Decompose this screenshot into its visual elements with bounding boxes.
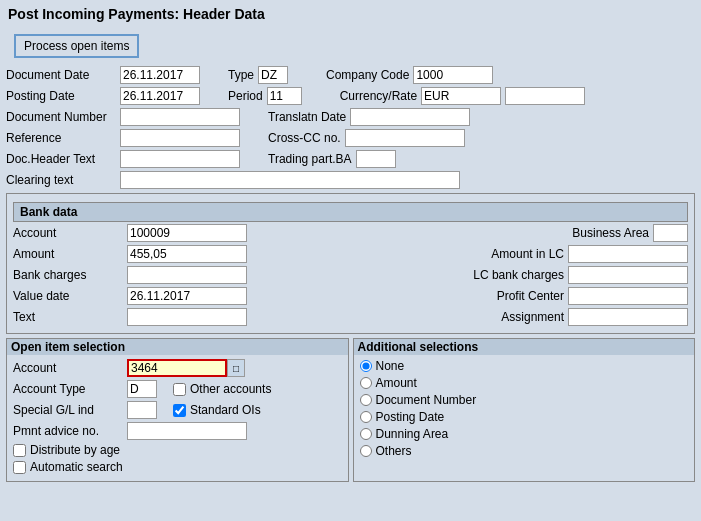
special-gl-label: Special G/L ind [13, 403, 123, 417]
bank-account-row: Account Business Area [13, 224, 688, 242]
posting-date-label: Posting Date [6, 89, 116, 103]
oi-account-type-label: Account Type [13, 382, 123, 396]
standard-ois-checkbox[interactable] [173, 404, 186, 417]
radio-posting-date[interactable] [360, 411, 372, 423]
clearing-text-label: Clearing text [6, 173, 116, 187]
special-gl-row: Special G/L ind Standard OIs [13, 401, 342, 419]
oi-account-type-row: Account Type Other accounts [13, 380, 342, 398]
radio-amount[interactable] [360, 377, 372, 389]
bank-charges-row: Bank charges LC bank charges [13, 266, 688, 284]
radio-dunning-area-row: Dunning Area [360, 427, 689, 441]
doc-number-row: Document Number Translatn Date [6, 108, 695, 126]
text-assignment-row: Text Assignment [13, 308, 688, 326]
profit-center-input[interactable] [568, 287, 688, 305]
currency-rate-input[interactable] [421, 87, 501, 105]
assignment-label: Assignment [501, 310, 564, 324]
main-window: Post Incoming Payments: Header Data Proc… [0, 0, 701, 484]
radio-others-row: Others [360, 444, 689, 458]
other-accounts-checkbox[interactable] [173, 383, 186, 396]
radio-others[interactable] [360, 445, 372, 457]
profit-center-label: Profit Center [497, 289, 564, 303]
period-input[interactable] [267, 87, 302, 105]
pmnt-advice-input[interactable] [127, 422, 247, 440]
oi-account-row: Account □ [13, 359, 342, 377]
translatn-date-label: Translatn Date [268, 110, 346, 124]
radio-others-label: Others [376, 444, 412, 458]
additional-selections-title: Additional selections [354, 339, 695, 355]
bank-text-input[interactable] [127, 308, 247, 326]
company-code-input[interactable] [413, 66, 493, 84]
radio-posting-date-row: Posting Date [360, 410, 689, 424]
currency-rate-extra-input[interactable] [505, 87, 585, 105]
automatic-search-row: Automatic search [13, 460, 342, 474]
cross-cc-label: Cross-CC no. [268, 131, 341, 145]
bank-data-section: Bank data Account Business Area Amount A… [6, 193, 695, 334]
automatic-search-checkbox[interactable] [13, 461, 26, 474]
oi-account-type-input[interactable] [127, 380, 157, 398]
trading-part-label: Trading part.BA [268, 152, 352, 166]
radio-document-number-label: Document Number [376, 393, 477, 407]
bank-account-label: Account [13, 226, 123, 240]
bank-text-label: Text [13, 310, 123, 324]
title-bar: Post Incoming Payments: Header Data [0, 0, 701, 28]
amount-row: Amount Amount in LC [13, 245, 688, 263]
radio-none[interactable] [360, 360, 372, 372]
radio-none-label: None [376, 359, 405, 373]
oi-account-search-button[interactable]: □ [227, 359, 245, 377]
radio-dunning-area[interactable] [360, 428, 372, 440]
oi-account-input[interactable] [127, 359, 227, 377]
open-item-selection-title: Open item selection [7, 339, 348, 355]
clearing-text-input[interactable] [120, 171, 460, 189]
reference-label: Reference [6, 131, 116, 145]
business-area-input[interactable] [653, 224, 688, 242]
automatic-search-label: Automatic search [30, 460, 123, 474]
lc-bank-charges-label: LC bank charges [473, 268, 564, 282]
oi-account-label: Account [13, 361, 123, 375]
oi-account-input-group: □ [127, 359, 245, 377]
pmnt-advice-row: Pmnt advice no. [13, 422, 342, 440]
value-date-label: Value date [13, 289, 123, 303]
company-code-label: Company Code [326, 68, 409, 82]
cross-cc-input[interactable] [345, 129, 465, 147]
posting-date-input[interactable] [120, 87, 200, 105]
doc-number-input[interactable] [120, 108, 240, 126]
doc-header-text-row: Doc.Header Text Trading part.BA [6, 150, 695, 168]
amount-label: Amount [13, 247, 123, 261]
trading-part-input[interactable] [356, 150, 396, 168]
radio-amount-label: Amount [376, 376, 417, 390]
amount-in-lc-input[interactable] [568, 245, 688, 263]
currency-rate-label: Currency/Rate [340, 89, 417, 103]
process-open-items-button[interactable]: Process open items [14, 34, 139, 58]
doc-header-text-label: Doc.Header Text [6, 152, 116, 166]
bank-charges-input[interactable] [127, 266, 247, 284]
posting-date-row: Posting Date Period Currency/Rate [6, 87, 695, 105]
amount-input[interactable] [127, 245, 247, 263]
period-label: Period [228, 89, 263, 103]
distribute-by-age-row: Distribute by age [13, 443, 342, 457]
distribute-by-age-checkbox[interactable] [13, 444, 26, 457]
document-date-label: Document Date [6, 68, 116, 82]
amount-in-lc-label: Amount in LC [491, 247, 564, 261]
radio-dunning-area-label: Dunning Area [376, 427, 449, 441]
doc-header-text-input[interactable] [120, 150, 240, 168]
assignment-input[interactable] [568, 308, 688, 326]
lc-bank-charges-input[interactable] [568, 266, 688, 284]
type-label: Type [228, 68, 254, 82]
clearing-text-row: Clearing text [6, 171, 695, 189]
document-date-row: Document Date Type Company Code [6, 66, 695, 84]
translatn-date-input[interactable] [350, 108, 470, 126]
special-gl-input[interactable] [127, 401, 157, 419]
radio-none-row: None [360, 359, 689, 373]
reference-input[interactable] [120, 129, 240, 147]
bank-account-input[interactable] [127, 224, 247, 242]
document-date-input[interactable] [120, 66, 200, 84]
bank-data-header: Bank data [13, 202, 688, 222]
radio-document-number[interactable] [360, 394, 372, 406]
bottom-section: Open item selection Account □ Account Ty… [6, 338, 695, 482]
value-date-input[interactable] [127, 287, 247, 305]
open-item-selection-panel: Open item selection Account □ Account Ty… [6, 338, 349, 482]
standard-ois-label: Standard OIs [190, 403, 261, 417]
pmnt-advice-label: Pmnt advice no. [13, 424, 123, 438]
type-input[interactable] [258, 66, 288, 84]
additional-selections-panel: Additional selections None Amount Docume… [353, 338, 696, 482]
